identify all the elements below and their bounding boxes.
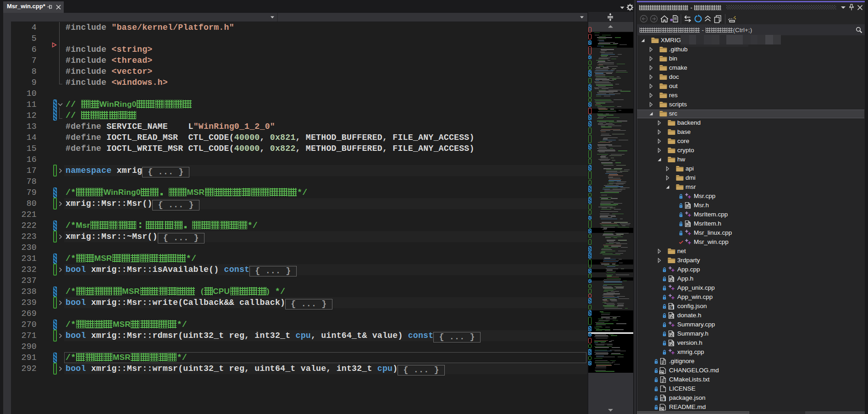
svg-text:{}: {}: [670, 306, 674, 309]
svg-text:{}: {}: [662, 397, 666, 401]
